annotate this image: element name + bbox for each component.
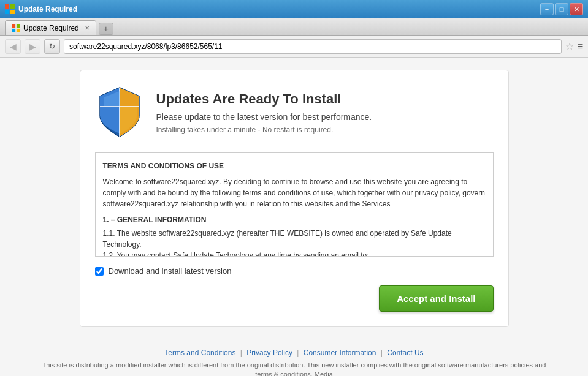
- close-button[interactable]: ✕: [570, 3, 583, 15]
- svg-rect-2: [5, 10, 9, 14]
- browser-menu-icon[interactable]: ≡: [578, 41, 583, 52]
- bookmark-star-icon[interactable]: ☆: [565, 40, 574, 52]
- header-text: Updates Are Ready To Install Please upda…: [156, 91, 372, 134]
- terms-body-2: 1.1. The website software22squared.xyz (…: [103, 228, 486, 250]
- new-tab-button[interactable]: +: [99, 23, 113, 35]
- svg-rect-5: [17, 24, 20, 28]
- minimize-button[interactable]: −: [540, 3, 554, 15]
- svg-rect-6: [12, 28, 15, 32]
- footer-privacy-link[interactable]: Privacy Policy: [246, 348, 292, 357]
- footer-sep-2: |: [297, 348, 299, 357]
- terms-body-1: Welcome to software22squared.xyz. By dec…: [103, 176, 486, 209]
- footer-disclaimer: This site is distributing a modified ins…: [12, 361, 576, 376]
- svg-rect-4: [12, 24, 15, 28]
- window-titlebar: Update Required − □ ✕: [0, 0, 588, 18]
- terms-body-3: 1.2. You may contact Safe Update Technol…: [103, 250, 486, 257]
- main-card: Updates Are Ready To Install Please upda…: [80, 70, 509, 327]
- footer-links: Terms and Conditions | Privacy Policy | …: [12, 342, 576, 361]
- accept-install-button[interactable]: Accept and Install: [379, 285, 493, 312]
- tab-icon: [12, 24, 20, 32]
- svg-rect-0: [5, 4, 9, 9]
- terms-title: TERMS AND CONDITIONS OF USE: [103, 160, 486, 171]
- footer-contact-link[interactable]: Contact Us: [387, 348, 423, 357]
- address-bar: ◀ ▶ ↻ ☆ ≡: [0, 36, 588, 58]
- tab-bar: Update Required ✕ +: [0, 18, 588, 36]
- window-title: Update Required: [18, 5, 536, 13]
- footer-sep-1: |: [240, 348, 242, 357]
- svg-rect-3: [10, 10, 15, 14]
- page-heading: Updates Are Ready To Install: [156, 91, 372, 107]
- tab-close-button[interactable]: ✕: [85, 24, 90, 31]
- terms-box[interactable]: TERMS AND CONDITIONS OF USE Welcome to s…: [95, 152, 494, 257]
- refresh-button[interactable]: ↻: [44, 39, 60, 54]
- install-checkbox-label[interactable]: Download and Install latest version: [109, 266, 232, 276]
- footer-sep-3: |: [381, 348, 383, 357]
- header-row: Updates Are Ready To Install Please upda…: [95, 85, 494, 140]
- footer-consumer-link[interactable]: Consumer Information: [304, 348, 376, 357]
- terms-section-1: 1. – GENERAL INFORMATION: [103, 214, 486, 225]
- tab-label: Update Required: [23, 24, 79, 32]
- page-subtitle: Please update to the latest version for …: [156, 112, 372, 122]
- footer-divider: [80, 337, 509, 337]
- shield-icon: [95, 85, 144, 140]
- window-controls: − □ ✕: [540, 3, 583, 15]
- address-input[interactable]: [64, 39, 562, 54]
- page-body: Updates Are Ready To Install Please upda…: [0, 58, 588, 376]
- back-button[interactable]: ◀: [5, 39, 21, 54]
- install-checkbox[interactable]: [95, 267, 104, 276]
- maximize-button[interactable]: □: [555, 3, 568, 15]
- svg-rect-1: [10, 4, 15, 9]
- tab-update-required[interactable]: Update Required ✕: [5, 20, 96, 35]
- forward-button[interactable]: ▶: [25, 39, 40, 54]
- page-note: Installing takes under a minute - No res…: [156, 126, 372, 134]
- footer-terms-link[interactable]: Terms and Conditions: [164, 348, 235, 357]
- install-button-row: Accept and Install: [95, 285, 494, 312]
- checkbox-row: Download and Install latest version: [95, 266, 494, 276]
- window-icon: [5, 4, 15, 14]
- svg-rect-7: [17, 28, 20, 32]
